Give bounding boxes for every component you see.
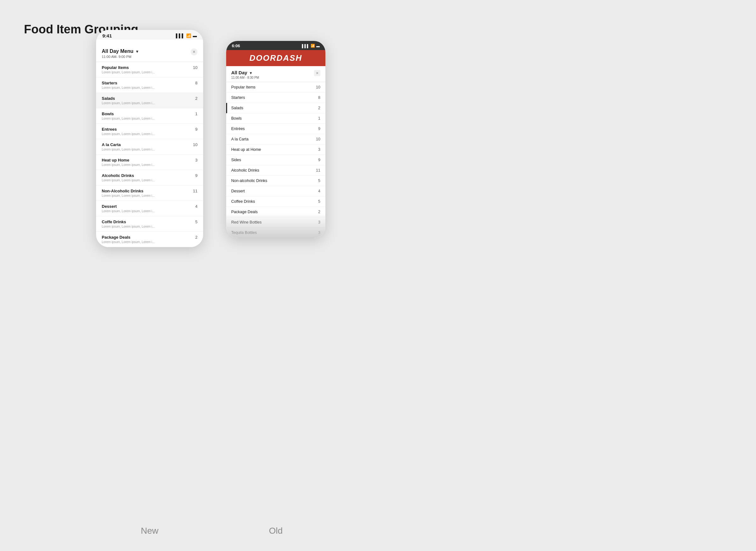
old-phone-item-name: Sides	[231, 158, 241, 162]
new-phone-item-desc: Lorem ipsum, Lorem ipsum, Lorem i...	[102, 178, 155, 182]
new-phone-item-count: 2	[191, 96, 198, 101]
old-phone-item-count: 3	[318, 147, 320, 152]
new-phone-menu-title: All Day Menu ▾	[102, 48, 138, 54]
new-phone-menu-item[interactable]: Entrees Lorem ipsum, Lorem ipsum, Lorem …	[96, 124, 203, 139]
old-phone-item-name: Dessert	[231, 189, 245, 193]
old-phone-item-name: Popular Items	[231, 85, 256, 89]
new-phone-item-desc: Lorem ipsum, Lorem ipsum, Lorem i...	[102, 163, 155, 166]
old-phone-status-bar: 6:06 ▌▌▌ 📶 ▬	[226, 41, 325, 50]
old-phone-menu-item[interactable]: Bowls 1	[226, 113, 325, 124]
new-phone-time: 9:41	[102, 33, 112, 38]
new-phone-item-desc: Lorem ipsum, Lorem ipsum, Lorem i...	[102, 117, 155, 120]
new-phone-item-desc: Lorem ipsum, Lorem ipsum, Lorem i...	[102, 194, 155, 197]
old-phone-menu-item[interactable]: Salads 2	[226, 103, 325, 113]
old-phone-item-count: 10	[316, 137, 320, 141]
old-phone-item-name: Heat up at Home	[231, 147, 261, 152]
wifi-icon: 📶	[186, 33, 191, 38]
new-phone-item-count: 11	[191, 188, 198, 193]
old-phone-item-name: Entrées	[231, 126, 245, 131]
new-phone-menu-item[interactable]: Bowls Lorem ipsum, Lorem ipsum, Lorem i.…	[96, 108, 203, 124]
old-phone-menu-item[interactable]: A la Carta 10	[226, 134, 325, 144]
old-phone-chevron-icon: ▾	[250, 71, 252, 75]
new-phone-item-name: Bowls	[102, 111, 155, 116]
new-phone-item-count: 10	[191, 65, 198, 70]
new-phone-menu-item[interactable]: Package Deals Lorem ipsum, Lorem ipsum, …	[96, 232, 203, 247]
new-phone-item-name: Starters	[102, 81, 155, 85]
new-phone-item-name: Coffe Drinks	[102, 219, 155, 224]
old-phone-fade-overlay	[226, 213, 325, 238]
new-phone-item-info: Non-Alcoholic Drinks Lorem ipsum, Lorem …	[102, 188, 155, 197]
new-phone-status-icons: ▌▌▌ 📶 ▬	[176, 33, 197, 38]
new-phone-item-desc: Lorem ipsum, Lorem ipsum, Lorem i...	[102, 132, 155, 136]
new-phone-item-desc: Lorem ipsum, Lorem ipsum, Lorem i...	[102, 148, 155, 151]
old-phone-menu-item[interactable]: Popular Items 10	[226, 82, 325, 93]
new-phone-close-button[interactable]: ×	[191, 48, 198, 55]
new-phone-menu-list: Popular Items Lorem ipsum, Lorem ipsum, …	[96, 62, 203, 247]
new-phone-item-info: Coffe Drinks Lorem ipsum, Lorem ipsum, L…	[102, 219, 155, 228]
old-phone-item-name: Coffee Drinks	[231, 199, 255, 204]
old-phone-time-range: 11:00 AM - 8:30 PM	[231, 76, 259, 79]
old-phone-menu-item[interactable]: Coffee Drinks 5	[226, 196, 325, 207]
old-phone-item-count: 5	[318, 178, 320, 183]
new-phone-item-desc: Lorem ipsum, Lorem ipsum, Lorem i...	[102, 70, 155, 74]
old-phone-menu-item[interactable]: Sides 9	[226, 155, 325, 165]
new-phone-item-count: 9	[191, 173, 198, 178]
new-phone-menu-item[interactable]: Heat up Home Lorem ipsum, Lorem ipsum, L…	[96, 155, 203, 170]
new-phone-menu-item[interactable]: Dessert Lorem ipsum, Lorem ipsum, Lorem …	[96, 201, 203, 216]
new-phone-item-desc: Lorem ipsum, Lorem ipsum, Lorem i...	[102, 225, 155, 228]
old-phone-menu-item[interactable]: Dessert 4	[226, 186, 325, 196]
new-phone-item-name: Entrees	[102, 127, 155, 132]
new-phone-item-info: Starters Lorem ipsum, Lorem ipsum, Lorem…	[102, 81, 155, 89]
new-phone-menu-item[interactable]: Salads Lorem ipsum, Lorem ipsum, Lorem i…	[96, 93, 203, 108]
old-phone-menu-item[interactable]: Heat up at Home 3	[226, 144, 325, 155]
old-phone-menu-item[interactable]: Non-alcoholic Drinks 5	[226, 176, 325, 186]
new-phone-menu-info: All Day Menu ▾ 11:00 AM- 9:00 PM	[102, 48, 138, 59]
new-phone-item-info: Alcoholic Drinks Lorem ipsum, Lorem ipsu…	[102, 173, 155, 182]
new-phone-item-info: Heat up Home Lorem ipsum, Lorem ipsum, L…	[102, 158, 155, 166]
old-phone-menu-title: All Day ▾	[231, 70, 259, 75]
new-phone-item-count: 10	[191, 142, 198, 147]
old-phone-time: 6:06	[232, 43, 240, 48]
old-phone-menu-item[interactable]: Alcoholic Drinks 11	[226, 165, 325, 176]
signal-icon: ▌▌▌	[302, 44, 309, 48]
new-phone-item-info: Entrees Lorem ipsum, Lorem ipsum, Lorem …	[102, 127, 155, 136]
doordash-logo: DOORDASH	[250, 53, 302, 63]
old-phone-menu-item[interactable]: Entrées 9	[226, 124, 325, 134]
new-phone-menu-item[interactable]: Alcoholic Drinks Lorem ipsum, Lorem ipsu…	[96, 170, 203, 185]
new-phone-menu-item[interactable]: Starters Lorem ipsum, Lorem ipsum, Lorem…	[96, 77, 203, 93]
new-phone-item-desc: Lorem ipsum, Lorem ipsum, Lorem i...	[102, 240, 155, 244]
old-phone-mockup: 6:06 ▌▌▌ 📶 ▬ DOORDASH All Day ▾ 11:00 AM…	[226, 41, 325, 238]
new-phone-item-name: Non-Alcoholic Drinks	[102, 188, 155, 193]
old-phone-close-button[interactable]: ×	[314, 70, 320, 76]
new-phone-item-desc: Lorem ipsum, Lorem ipsum, Lorem i...	[102, 86, 155, 89]
new-phone-item-count: 5	[191, 219, 198, 224]
old-phone-menu-item[interactable]: Starters 8	[226, 93, 325, 103]
new-phone-top-bar	[96, 40, 203, 44]
battery-icon: ▬	[193, 33, 197, 38]
wifi-icon: 📶	[311, 44, 315, 48]
new-phone-item-info: Popular Items Lorem ipsum, Lorem ipsum, …	[102, 65, 155, 74]
new-phone-menu-item[interactable]: Popular Items Lorem ipsum, Lorem ipsum, …	[96, 62, 203, 77]
new-phone-menu-item[interactable]: Coffe Drinks Lorem ipsum, Lorem ipsum, L…	[96, 216, 203, 232]
new-phone-menu-item[interactable]: Non-Alcoholic Drinks Lorem ipsum, Lorem …	[96, 185, 203, 201]
new-phone-item-name: Alcoholic Drinks	[102, 173, 155, 178]
new-phone-menu-item[interactable]: A la Carta Lorem ipsum, Lorem ipsum, Lor…	[96, 139, 203, 155]
old-phone-item-name: A la Carta	[231, 137, 249, 141]
old-phone-menu-title-text: All Day	[231, 70, 247, 75]
new-phone-item-info: Dessert Lorem ipsum, Lorem ipsum, Lorem …	[102, 204, 155, 213]
new-phone-item-name: Package Deals	[102, 235, 155, 239]
old-phone-item-name: Alcoholic Drinks	[231, 168, 259, 172]
new-phone-item-count: 2	[191, 235, 198, 239]
old-phone-item-count: 10	[316, 85, 320, 89]
old-phone-item-count: 11	[316, 168, 320, 172]
doordash-header-bar: DOORDASH	[226, 50, 325, 66]
old-phone-item-count: 8	[318, 95, 320, 100]
new-phone-time-range: 11:00 AM- 9:00 PM	[102, 55, 138, 59]
old-phone-item-count: 9	[318, 158, 320, 162]
old-phone-item-count: 1	[318, 116, 320, 121]
new-phone-label: New	[96, 526, 203, 536]
new-phone-item-count: 3	[191, 158, 198, 162]
new-phone-item-count: 8	[191, 81, 198, 85]
new-phone-item-name: Popular Items	[102, 65, 155, 70]
old-phone-item-name: Salads	[231, 106, 243, 110]
